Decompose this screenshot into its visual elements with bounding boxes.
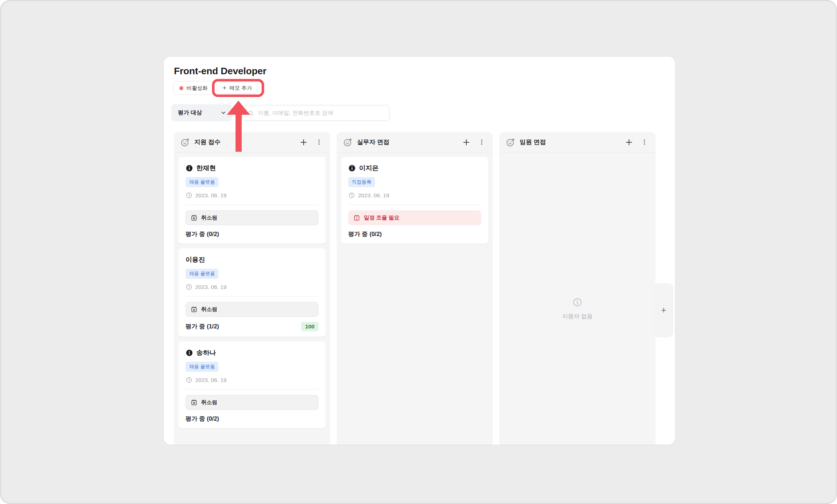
job-posting-panel: Front-end Developer 비활성화 + 메모 추가 평가 대상: [164, 57, 675, 445]
add-card-button[interactable]: [624, 137, 634, 148]
clock-icon: [348, 192, 355, 199]
source-badge: 채용 플랫폼: [186, 362, 218, 372]
application-date: 2023. 06. 19: [195, 284, 226, 290]
application-date: 2023. 06. 19: [195, 192, 226, 199]
add-memo-label: 메모 추가: [229, 85, 252, 92]
add-column-button[interactable]: +: [654, 283, 673, 337]
evaluation-target-dropdown[interactable]: 평가 대상: [171, 104, 232, 121]
application-date: 2023. 06. 19: [358, 192, 389, 199]
status-label: 취소됨: [201, 399, 217, 406]
application-date: 2023. 06. 19: [195, 377, 226, 383]
interview-status-box: 일정 조율 필요: [348, 210, 481, 225]
calendar-x-icon: [191, 214, 197, 221]
column-title: 실무자 면접: [357, 138, 457, 146]
calendar-x-icon: [191, 306, 197, 313]
reaction-add-icon: [343, 138, 353, 147]
column-menu-kebab-icon[interactable]: [639, 137, 650, 148]
column-header: 지원 접수: [174, 132, 330, 152]
add-card-button[interactable]: [298, 137, 309, 148]
add-memo-button[interactable]: + 메모 추가: [217, 82, 257, 94]
chevron-down-icon: [220, 110, 226, 116]
inactive-status-label: 비활성화: [187, 85, 208, 92]
add-card-button[interactable]: [461, 137, 472, 148]
evaluation-progress: 평가 중 (0/2): [186, 230, 219, 238]
applicant-name: 한재현: [196, 164, 216, 172]
applicant-name: 송하나: [196, 348, 216, 357]
column-body: 지원자 없음: [499, 152, 655, 445]
source-badge: 직접등록: [348, 177, 375, 187]
plus-icon: +: [222, 84, 226, 91]
interview-status-box: 취소됨: [186, 395, 318, 410]
info-icon: [348, 164, 356, 172]
info-outline-icon: [572, 297, 582, 307]
evaluation-progress: 평가 중 (0/2): [186, 415, 219, 423]
kanban-board: 지원 접수 한재현 채용 플랫폼 2023. 06. 19: [174, 132, 655, 445]
clock-icon: [186, 377, 192, 383]
source-badge: 채용 플랫폼: [186, 269, 218, 279]
column-header: 임원 면접: [499, 132, 655, 152]
applicant-card[interactable]: 이지은 직접등록 2023. 06. 19 일정 조율 필요 평가 중 (0/2…: [341, 157, 488, 244]
column-title: 지원 접수: [194, 138, 294, 146]
status-label: 취소됨: [201, 214, 217, 221]
dropdown-label: 평가 대상: [178, 109, 202, 117]
column-body: 이지은 직접등록 2023. 06. 19 일정 조율 필요 평가 중 (0/2…: [337, 152, 493, 445]
column-menu-kebab-icon[interactable]: [313, 137, 324, 148]
empty-state: 지원자 없음: [499, 297, 655, 320]
interview-status-box: 취소됨: [186, 210, 318, 225]
applicant-card[interactable]: 이용진 채용 플랫폼 2023. 06. 19 취소됨 평가 중 (1/2) 1…: [178, 248, 326, 337]
reaction-add-icon: [506, 138, 515, 147]
kanban-column: 지원 접수 한재현 채용 플랫폼 2023. 06. 19: [174, 132, 330, 445]
info-icon: [186, 164, 193, 172]
kanban-column: 실무자 면접 이지은 직접등록 2023. 06. 19: [337, 132, 493, 445]
column-title: 임원 면접: [520, 138, 619, 146]
reaction-add-icon: [180, 138, 190, 147]
status-label: 일정 조율 필요: [364, 214, 399, 221]
inactive-status-badge: 비활성화: [173, 81, 214, 95]
page-title: Front-end Developer: [174, 66, 266, 77]
page-background: Front-end Developer 비활성화 + 메모 추가 평가 대상: [0, 0, 837, 504]
column-header: 실무자 면접: [337, 132, 493, 152]
clock-icon: [186, 192, 192, 199]
empty-state-label: 지원자 없음: [562, 312, 592, 320]
clock-icon: [186, 284, 192, 290]
source-badge: 채용 플랫폼: [186, 177, 218, 187]
interview-status-box: 취소됨: [186, 302, 318, 317]
search-input[interactable]: [258, 110, 384, 116]
annotation-arrow-shaft: [236, 112, 242, 152]
evaluation-progress: 평가 중 (1/2): [186, 323, 219, 331]
info-icon: [186, 349, 193, 357]
calendar-x-icon: [191, 399, 197, 406]
search-field: [242, 105, 390, 121]
applicant-name: 이용진: [186, 255, 205, 264]
applicant-card[interactable]: 송하나 채용 플랫폼 2023. 06. 19 취소됨 평가 중 (0/2): [178, 341, 326, 428]
score-badge: 100: [301, 322, 318, 331]
status-dot-icon: [179, 86, 183, 90]
column-menu-kebab-icon[interactable]: [476, 137, 487, 148]
calendar-alert-icon: [353, 214, 360, 221]
applicant-card[interactable]: 한재현 채용 플랫폼 2023. 06. 19 취소됨 평가 중 (0/2): [178, 157, 326, 244]
applicant-name: 이지은: [359, 164, 379, 172]
column-body: 한재현 채용 플랫폼 2023. 06. 19 취소됨 평가 중 (0/2): [174, 152, 330, 445]
kanban-column: 임원 면접 지원자 없음: [499, 132, 655, 445]
status-label: 취소됨: [201, 306, 217, 313]
evaluation-progress: 평가 중 (0/2): [348, 230, 382, 238]
